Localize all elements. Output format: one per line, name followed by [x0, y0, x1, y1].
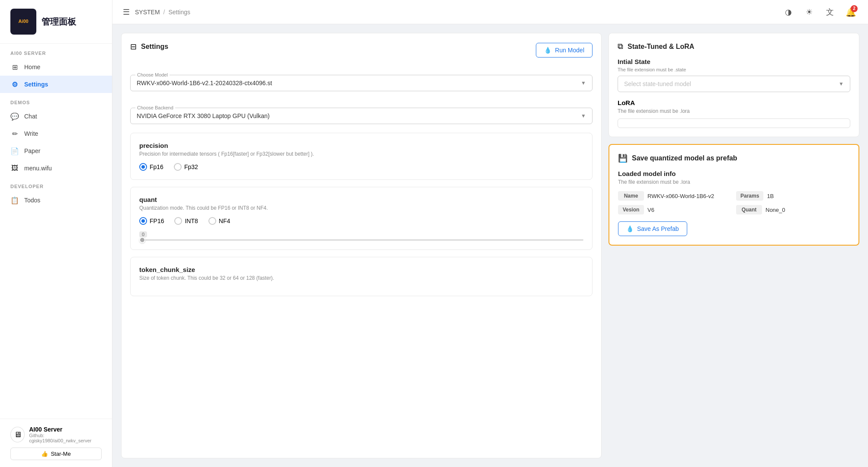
settings-title-group: ⊟ Settings — [130, 42, 168, 51]
precision-radio-group: Fp16 Fp32 — [139, 163, 583, 171]
settings-panel: ⊟ Settings 💧 Run Model Choose Model RWKV… — [121, 33, 602, 458]
token-chunk-desc: Size of token chunk. This could be 32 or… — [139, 275, 583, 281]
choose-model-group: Choose Model RWKV-x060-World-1B6-v2.1-20… — [130, 67, 593, 91]
star-me-button[interactable]: 👍 Star-Me — [10, 448, 102, 460]
quant-desc: Quantization mode. This could be FP16 or… — [139, 205, 583, 211]
chosen-model-value: RWKV-x060-World-1B6-v2.1-20240328-ctx409… — [137, 80, 581, 86]
sidebar-item-home-label: Home — [24, 64, 40, 70]
name-badge: Name — [618, 191, 644, 201]
state-lora-header: ⧉ State-Tuned & LoRA — [618, 42, 850, 51]
prefab-card: 💾 Save quantized model as prefab Loaded … — [609, 144, 859, 246]
precision-fp32-label: Fp32 — [184, 163, 198, 170]
quant-fp16-dot — [141, 219, 145, 223]
precision-fp16-circle — [139, 163, 147, 171]
choose-backend-dropdown[interactable]: NVIDIA GeForce RTX 3080 Laptop GPU (Vulk… — [130, 108, 593, 124]
content-area: ⊟ Settings 💧 Run Model Choose Model RWKV… — [112, 24, 868, 467]
header-actions: ◑ ☀ 文 🔔 2 — [782, 5, 858, 19]
notification-button[interactable]: 🔔 2 — [844, 5, 858, 19]
loaded-model-desc: The file extension must be .lora — [618, 179, 850, 185]
breadcrumb-current: Settings — [168, 9, 190, 16]
quant-fp16-circle — [139, 217, 147, 225]
state-lora-icon: ⧉ — [618, 42, 623, 51]
state-model-dropdown[interactable]: Select state-tuned model ▼ — [618, 76, 850, 92]
choose-model-dropdown[interactable]: RWKV-x060-World-1B6-v2.1-20240328-ctx409… — [130, 75, 593, 91]
sidebar-item-settings[interactable]: ⚙ Settings — [0, 76, 112, 93]
sidebar-item-todos[interactable]: 📋 Todos — [0, 192, 112, 209]
backend-dropdown-arrow: ▼ — [581, 113, 586, 119]
chosen-backend-value: NVIDIA GeForce RTX 3080 Laptop GPU (Vulk… — [137, 112, 581, 119]
settings-title-icon: ⊟ — [130, 42, 137, 51]
save-icon: 💧 — [626, 225, 634, 232]
star-me-label: Star-Me — [51, 451, 70, 457]
main-area: ☰ SYSTEM / Settings ◑ ☀ 文 🔔 2 ⊟ Settings — [112, 0, 868, 467]
quant-fp16-label: FP16 — [150, 218, 164, 224]
quant-row: Quant None_0 — [736, 205, 850, 214]
name-row: Name RWKV-x060-World-1B6-v2 — [618, 191, 732, 201]
thumb-icon: 👍 — [41, 451, 48, 457]
translate-icon[interactable]: 文 — [823, 5, 837, 19]
app-title: 管理面板 — [42, 16, 76, 28]
run-model-button[interactable]: 💧 Run Model — [536, 43, 593, 58]
sidebar-item-menu-wifu[interactable]: 🖼 menu.wifu — [0, 160, 112, 177]
github-link: Github: cgisky1980/ai00_rwkv_server — [29, 433, 102, 443]
precision-fp32-option[interactable]: Fp32 — [174, 163, 198, 171]
quant-nf4-label: NF4 — [219, 218, 230, 224]
version-value: V6 — [647, 207, 654, 213]
brightness-icon[interactable]: ☀ — [802, 5, 816, 19]
quant-fp16-option[interactable]: FP16 — [139, 217, 164, 225]
precision-fp16-option[interactable]: Fp16 — [139, 163, 163, 171]
version-row: Vesion V6 — [618, 205, 732, 214]
sidebar-item-home[interactable]: ⊞ Home — [0, 58, 112, 76]
hamburger-icon[interactable]: ☰ — [123, 7, 130, 17]
server-name: AI00 Server — [29, 426, 102, 433]
quant-slider-track[interactable] — [139, 239, 583, 241]
sidebar-bottom: 🖥 AI00 Server Github: cgisky1980/ai00_rw… — [0, 419, 112, 467]
save-prefab-button[interactable]: 💧 Save As Prefab — [618, 221, 687, 236]
state-select-placeholder: Select state-tuned model — [624, 80, 839, 87]
theme-toggle-icon[interactable]: ◑ — [782, 5, 795, 19]
lora-input[interactable] — [618, 118, 850, 128]
initial-state-title: Intial State — [618, 58, 850, 65]
write-icon: ✏ — [10, 129, 19, 138]
choose-backend-label: Choose Backend — [135, 105, 175, 110]
token-chunk-title: token_chunk_size — [139, 266, 583, 273]
precision-fp16-label: Fp16 — [150, 163, 163, 170]
chat-icon: 💬 — [10, 112, 19, 121]
right-panel: ⧉ State-Tuned & LoRA Intial State The fi… — [609, 33, 859, 458]
quant-slider-thumb[interactable] — [139, 237, 145, 243]
token-chunk-section: token_chunk_size Size of token chunk. Th… — [130, 257, 593, 296]
initial-state-desc: The file extension must be .state — [618, 67, 850, 72]
version-badge: Vesion — [618, 205, 644, 214]
prefab-header: 💾 Save quantized model as prefab — [618, 154, 850, 163]
header: ☰ SYSTEM / Settings ◑ ☀ 文 🔔 2 — [112, 0, 868, 24]
sidebar-item-menu-wifu-label: menu.wifu — [24, 165, 52, 172]
sidebar-item-write[interactable]: ✏ Write — [0, 125, 112, 142]
sidebar-item-chat[interactable]: 💬 Chat — [0, 108, 112, 125]
params-value: 1B — [767, 193, 774, 199]
quant-nf4-option[interactable]: NF4 — [208, 217, 230, 225]
notification-badge: 2 — [851, 5, 858, 12]
quant-int8-option[interactable]: INT8 — [174, 217, 198, 225]
server-section-label: AI00 SERVER — [0, 44, 112, 58]
quant-nf4-circle — [208, 217, 216, 225]
server-icon: 🖥 — [10, 427, 25, 442]
lora-section: LoRA The file extension must be .lora — [618, 99, 850, 128]
settings-title: Settings — [141, 43, 168, 51]
precision-title: precision — [139, 142, 583, 149]
settings-icon: ⚙ — [10, 80, 19, 89]
sidebar-item-paper[interactable]: 📄 Paper — [0, 142, 112, 160]
params-badge: Params — [736, 191, 763, 201]
precision-fp16-dot — [141, 165, 145, 169]
precision-fp32-circle — [174, 163, 182, 171]
quant-section: quant Quantization mode. This could be F… — [130, 187, 593, 250]
lora-title: LoRA — [618, 99, 850, 106]
precision-desc: Precision for intermediate tensors ( Fp1… — [139, 151, 583, 157]
breadcrumb-root: SYSTEM — [135, 9, 160, 16]
prefab-title: Save quantized model as prefab — [632, 154, 737, 162]
choose-backend-group: Choose Backend NVIDIA GeForce RTX 3080 L… — [130, 100, 593, 124]
quant-info-badge: Quant — [736, 205, 762, 214]
todos-icon: 📋 — [10, 196, 19, 205]
precision-section: precision Precision for intermediate ten… — [130, 133, 593, 180]
quant-info-value: None_0 — [766, 207, 785, 213]
run-model-label: Run Model — [555, 47, 584, 54]
